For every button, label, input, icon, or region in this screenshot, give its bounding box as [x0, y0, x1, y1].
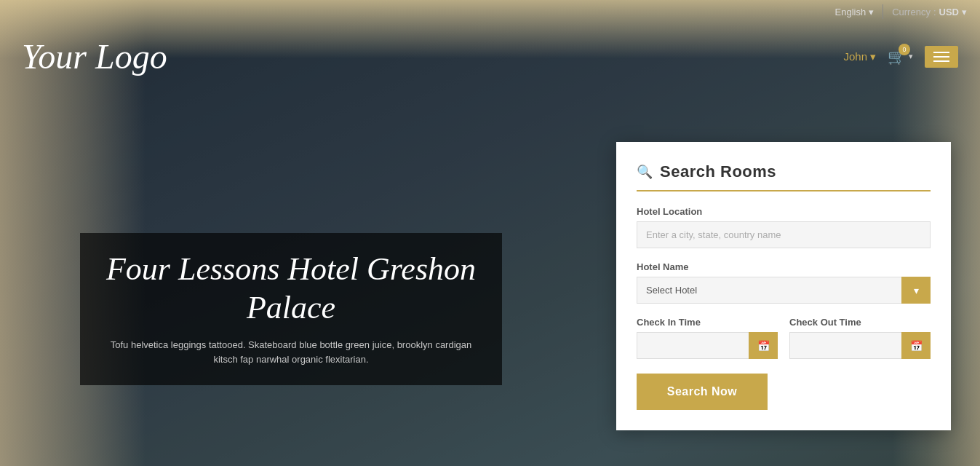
menu-line-1	[933, 52, 949, 53]
hero-description: Tofu helvetica leggings tattooed. Skateb…	[103, 338, 479, 368]
checkin-label: Check In Time	[637, 317, 778, 328]
hero-title: Four Lessons Hotel Greshon Palace	[103, 250, 479, 328]
location-input[interactable]	[637, 221, 931, 248]
currency-selector[interactable]: Currency : USD ▾	[886, 5, 973, 19]
currency-label: Currency	[892, 7, 931, 17]
menu-line-3	[933, 60, 949, 62]
topbar: English ▾ Currency : USD ▾	[822, 0, 980, 23]
language-selector[interactable]: English ▾	[829, 5, 880, 19]
cart-chevron-icon: ▾	[909, 52, 913, 61]
checkout-label: Check Out Time	[789, 317, 931, 328]
navbar: Your Logo John ▾ 🛒 0 ▾	[0, 29, 980, 84]
hero-block: Four Lessons Hotel Greshon Palace Tofu h…	[80, 233, 502, 385]
currency-chevron-icon: ▾	[962, 7, 967, 17]
language-chevron-icon: ▾	[869, 7, 874, 17]
hotel-name-label: Hotel Name	[637, 261, 931, 272]
search-panel: 🔍 Search Rooms Hotel Location Hotel Name…	[616, 142, 951, 430]
checkout-input-wrapper: 📅	[789, 332, 931, 359]
user-menu[interactable]: John ▾	[843, 50, 876, 63]
checkin-group: Check In Time 📅	[637, 317, 778, 359]
search-title: Search Rooms	[660, 162, 776, 181]
search-title-row: 🔍 Search Rooms	[637, 162, 931, 191]
cart-badge: 0	[899, 44, 910, 55]
nav-right: John ▾ 🛒 0 ▾	[843, 46, 958, 68]
menu-line-2	[933, 56, 949, 58]
checkout-input[interactable]	[789, 332, 931, 359]
checkin-input-wrapper: 📅	[637, 332, 778, 359]
logo: Your Logo	[22, 36, 167, 76]
hotel-select-wrapper: Select Hotel Greshon Palace Four Lessons…	[637, 277, 931, 304]
currency-value: USD	[939, 7, 959, 17]
search-icon: 🔍	[637, 164, 653, 180]
checkout-group: Check Out Time 📅	[789, 317, 931, 359]
search-now-button[interactable]: Search Now	[637, 374, 768, 410]
hotel-name-group: Hotel Name Select Hotel Greshon Palace F…	[637, 261, 931, 304]
user-name: John	[843, 50, 867, 63]
language-label: English	[835, 7, 867, 17]
currency-separator: :	[933, 7, 936, 17]
hamburger-menu-button[interactable]	[925, 46, 958, 68]
date-row: Check In Time 📅 Check Out Time 📅	[637, 317, 931, 359]
location-label: Hotel Location	[637, 206, 931, 217]
hotel-select[interactable]: Select Hotel Greshon Palace Four Lessons…	[637, 277, 931, 304]
user-chevron-icon: ▾	[870, 50, 876, 63]
checkin-input[interactable]	[637, 332, 778, 359]
location-group: Hotel Location	[637, 206, 931, 248]
cart-button[interactable]: 🛒 0 ▾	[888, 48, 913, 66]
topbar-divider	[883, 4, 883, 19]
